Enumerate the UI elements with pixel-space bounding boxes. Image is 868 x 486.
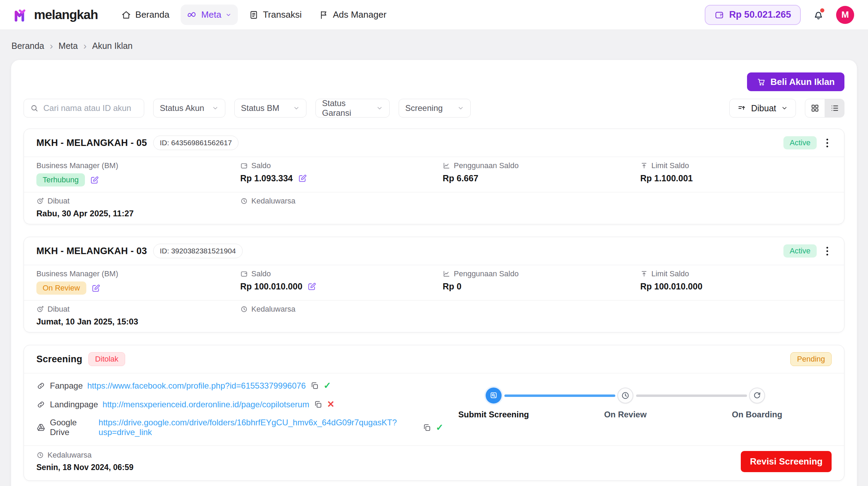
edit-saldo-icon[interactable] (307, 282, 316, 291)
notification-bell[interactable] (813, 9, 824, 21)
chart-line-icon (443, 270, 450, 278)
nav-item-transaksi[interactable]: Transaksi (243, 5, 308, 25)
nav-label: Meta (201, 9, 222, 20)
account-card-list: MKH - MELANGKAH - 05 ID: 643569861562617… (24, 129, 844, 486)
buy-button-label: Beli Akun Iklan (771, 77, 835, 87)
home-icon (121, 10, 131, 20)
sort-button[interactable]: Dibuat (729, 99, 796, 118)
arrow-up-to-line-icon (640, 270, 648, 278)
valid-check-icon: ✓ (323, 380, 331, 391)
screening-stepper: Submit Screening On Review On Boarding (443, 383, 832, 435)
flag-icon (319, 10, 329, 20)
wallet-balance-button[interactable]: Rp 50.021.265 (705, 5, 801, 25)
brand-logo-icon (14, 8, 30, 22)
filter-row: Status Akun Status BM Status Garansi Scr… (24, 99, 844, 118)
breadcrumb-separator: › (50, 41, 53, 51)
arrow-up-to-line-icon (640, 162, 648, 170)
dibuat-value: Rabu, 30 Apr 2025, 11:27 (36, 209, 240, 218)
screening-status-badge: Ditolak (88, 352, 125, 366)
account-card-03: MKH - MELANGKAH - 03 ID: 392038238152190… (24, 237, 844, 332)
kebab-menu-button[interactable] (823, 136, 832, 150)
bm-label: Business Manager (BM) (36, 269, 118, 278)
breadcrumb: Beranda › Meta › Akun Iklan (0, 30, 868, 60)
navbar-right: Rp 50.021.265 M (705, 5, 854, 25)
nav-item-meta[interactable]: Meta (181, 5, 238, 25)
nav-item-beranda[interactable]: Beranda (115, 5, 175, 25)
list-icon (830, 104, 839, 113)
grid-view-button[interactable] (805, 99, 825, 117)
breadcrumb-item-akun-iklan[interactable]: Akun Iklan (92, 41, 133, 51)
chevron-down-icon (457, 105, 464, 112)
wallet-icon (240, 270, 248, 278)
saldo-label: Saldo (251, 161, 271, 170)
copy-icon[interactable] (314, 400, 322, 409)
cart-icon (757, 77, 766, 86)
penggunaan-label: Penggunaan Saldo (454, 269, 519, 278)
list-view-button[interactable] (825, 99, 844, 117)
filter-status-garansi[interactable]: Status Garansi (315, 99, 390, 118)
copy-icon[interactable] (423, 423, 431, 432)
google-drive-url[interactable]: https://drive.google.com/drive/folders/1… (98, 418, 418, 437)
account-status-badge: Active (783, 136, 817, 149)
kedaluwarsa-value: Senin, 18 Nov 2024, 06:59 (36, 463, 133, 472)
chevron-down-icon (781, 105, 788, 112)
penggunaan-value: Rp 0 (443, 281, 461, 292)
bm-status-badge: Terhubung (36, 173, 85, 186)
penggunaan-value: Rp 6.667 (443, 173, 478, 183)
breadcrumb-separator: › (83, 41, 86, 51)
grid-icon (810, 104, 819, 113)
kedaluwarsa-label: Kedaluwarsa (251, 305, 295, 314)
landingpage-url[interactable]: http://mensxperienceid.orderonline.id/pa… (103, 400, 309, 409)
filter-label: Screening (405, 103, 443, 113)
limit-label: Limit Saldo (651, 269, 689, 278)
breadcrumb-item-beranda[interactable]: Beranda (11, 41, 44, 51)
edit-bm-icon[interactable] (90, 175, 99, 185)
avatar[interactable]: M (836, 6, 854, 24)
screening-title: Screening (36, 354, 82, 365)
step-label: On Boarding (702, 410, 813, 419)
nav-label: Transaksi (263, 9, 302, 20)
edit-bm-icon[interactable] (91, 284, 101, 293)
bm-status-badge: On Review (36, 281, 86, 295)
buy-ad-account-button[interactable]: Beli Akun Iklan (747, 72, 844, 91)
limit-value: Rp 100.010.000 (640, 281, 702, 292)
meta-icon (187, 10, 197, 20)
search-input[interactable] (43, 103, 138, 113)
clock-icon (617, 388, 633, 403)
step-label: On Review (570, 410, 681, 419)
notification-dot (819, 8, 825, 13)
fanpage-url[interactable]: https://www.facebook.com/profile.php?id=… (87, 381, 306, 391)
filter-screening[interactable]: Screening (399, 99, 471, 118)
clock-plus-icon (36, 197, 44, 205)
fanpage-link-row: Fanpage https://www.facebook.com/profile… (36, 380, 443, 391)
clock-icon (36, 451, 44, 459)
kedaluwarsa-label: Kedaluwarsa (47, 451, 92, 460)
step-submit-screening: Submit Screening (438, 388, 549, 419)
screening-links: Fanpage https://www.facebook.com/profile… (36, 380, 443, 437)
account-id-badge: ID: 643569861562617 (153, 136, 238, 150)
sync-icon (749, 388, 765, 403)
chevron-down-icon (376, 105, 383, 112)
filter-label: Status Garansi (322, 98, 371, 118)
clock-plus-icon (36, 305, 44, 313)
link-icon (36, 381, 45, 390)
revisi-screening-button[interactable]: Revisi Screening (741, 451, 832, 472)
filter-status-bm[interactable]: Status BM (234, 99, 306, 118)
breadcrumb-item-meta[interactable]: Meta (59, 41, 78, 51)
filter-status-akun[interactable]: Status Akun (153, 99, 225, 118)
dibuat-value: Jumat, 10 Jan 2025, 15:03 (36, 317, 240, 327)
copy-icon[interactable] (310, 381, 319, 390)
chevron-down-icon (293, 105, 300, 112)
chart-line-icon (443, 162, 450, 170)
account-status-badge: Active (783, 244, 817, 258)
step-on-boarding: On Boarding (702, 388, 813, 419)
nav-item-ads-manager[interactable]: Ads Manager (313, 5, 393, 25)
account-name: MKH - MELANGKAH - 03 (36, 246, 147, 257)
landingpage-label: Landingpage (50, 400, 98, 409)
saldo-value: Rp 100.010.000 (240, 281, 302, 292)
edit-saldo-icon[interactable] (298, 174, 307, 183)
receipt-icon (249, 10, 259, 20)
wallet-balance: Rp 50.021.265 (729, 9, 791, 20)
brand[interactable]: melangkah (14, 8, 98, 22)
kebab-menu-button[interactable] (823, 244, 832, 258)
